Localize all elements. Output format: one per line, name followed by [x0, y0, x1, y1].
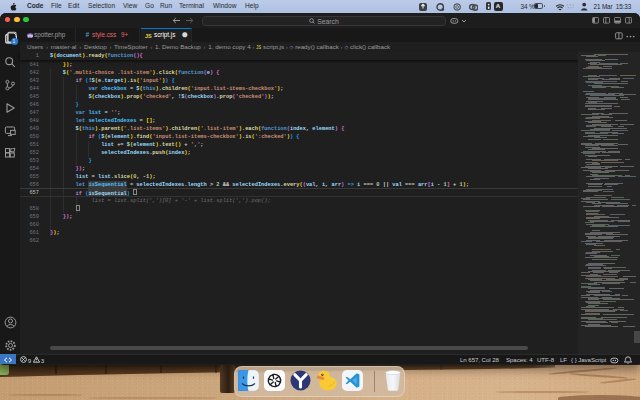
- svg-text:php: php: [27, 34, 33, 38]
